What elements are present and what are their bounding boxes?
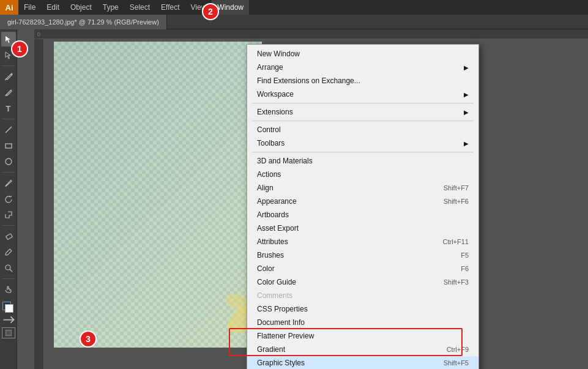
menu-select[interactable]: Select: [124, 0, 155, 15]
menu-item-color[interactable]: Color F6: [247, 262, 478, 275]
menu-item-brushes[interactable]: Brushes F5: [247, 248, 478, 262]
menu-effect[interactable]: Effect: [155, 0, 185, 15]
menu-item-extensions[interactable]: Extensions ▶: [247, 105, 478, 119]
menu-item-graphic-styles[interactable]: Graphic Styles Shift+F5: [247, 356, 478, 369]
menu-item-label: Document Info: [257, 318, 469, 327]
menu-separator-1: [252, 103, 474, 103]
menu-item-toolbars[interactable]: Toolbars ▶: [247, 136, 478, 150]
tool-paintbrush[interactable]: [1, 176, 16, 190]
menu-item-label: Workspace: [257, 90, 459, 99]
left-toolbar: T: [0, 29, 17, 369]
menu-file[interactable]: File: [18, 0, 41, 15]
tool-divider-3: [2, 172, 15, 173]
menu-item-label: Toolbars: [257, 139, 459, 147]
menu-item-document-info[interactable]: Document Info: [247, 316, 478, 329]
tool-direct-select[interactable]: [1, 48, 16, 62]
menu-separator-2: [252, 121, 474, 121]
menu-item-label: Asset Export: [257, 224, 469, 233]
menu-edit[interactable]: Edit: [41, 0, 65, 15]
menu-separator-3: [252, 152, 474, 152]
shortcut-label: Ctrl+F11: [443, 238, 469, 245]
tool-scale[interactable]: [1, 207, 16, 222]
menu-item-appearance[interactable]: Appearance Shift+F6: [247, 195, 478, 208]
submenu-arrow-icon: ▶: [464, 91, 469, 98]
tool-rotate[interactable]: [1, 192, 16, 206]
shortcut-label: F6: [461, 265, 469, 272]
menu-item-label: Comments: [257, 291, 469, 300]
svg-rect-1: [6, 144, 12, 148]
canvas-document: [54, 42, 262, 348]
menu-item-actions[interactable]: Actions: [247, 168, 478, 181]
menu-item-attributes[interactable]: Attributes Ctrl+F11: [247, 235, 478, 248]
menu-item-label: Actions: [257, 170, 469, 179]
menu-object[interactable]: Object: [65, 0, 97, 15]
fill-stroke-indicator[interactable]: [1, 300, 16, 314]
menu-item-label: Brushes: [257, 251, 436, 259]
menu-item-label: Align: [257, 184, 419, 192]
menu-item-label: Find Extensions on Exchange...: [257, 76, 469, 85]
menu-item-css-properties[interactable]: CSS Properties: [247, 302, 478, 316]
shortcut-label: F5: [461, 252, 469, 259]
tabbar: girl-7628293_1280.jpg* @ 71.29 % (RGB/Pr…: [0, 15, 588, 29]
menu-item-label: New Window: [257, 50, 469, 58]
menu-item-label: Arrange: [257, 63, 459, 72]
menu-type[interactable]: Type: [97, 0, 124, 15]
svg-point-2: [6, 158, 12, 165]
menu-item-label: CSS Properties: [257, 305, 469, 313]
tool-pen[interactable]: [1, 69, 16, 84]
shortcut-label: Shift+F5: [444, 359, 469, 367]
menu-item-label: Graphic Styles: [257, 359, 419, 367]
menu-item-color-guide[interactable]: Color Guide Shift+F3: [247, 275, 478, 289]
tool-artboard[interactable]: [2, 327, 15, 338]
menu-item-arrange[interactable]: Arrange ▶: [247, 61, 478, 74]
tool-hand[interactable]: [1, 282, 16, 297]
tool-rect[interactable]: [1, 138, 16, 153]
tool-ellipse[interactable]: [1, 154, 16, 169]
menu-item-label: Artboards: [257, 211, 469, 219]
shortcut-label: Ctrl+F9: [447, 346, 469, 353]
menu-item-gradient[interactable]: Gradient Ctrl+F9: [247, 343, 478, 356]
svg-line-0: [6, 127, 12, 133]
svg-rect-3: [6, 234, 12, 240]
svg-point-4: [6, 265, 10, 270]
canvas-area: 0 New Window Arrange ▶ Find Extensions o…: [17, 29, 588, 369]
shortcut-label: Shift+F7: [444, 184, 469, 192]
shortcut-label: Shift+F3: [444, 278, 469, 286]
menu-item-label: 3D and Materials: [257, 157, 469, 165]
menu-item-comments[interactable]: Comments: [247, 289, 478, 302]
menu-item-align[interactable]: Align Shift+F7: [247, 181, 478, 195]
menu-item-control[interactable]: Control: [247, 123, 478, 136]
menu-item-flattener-preview[interactable]: Flattener Preview: [247, 329, 478, 343]
svg-line-5: [10, 269, 12, 272]
menu-item-workspace[interactable]: Workspace ▶: [247, 88, 478, 101]
menu-view[interactable]: View: [185, 0, 212, 15]
tool-pencil[interactable]: [1, 85, 16, 100]
menu-item-label: Appearance: [257, 197, 419, 206]
active-tab[interactable]: girl-7628293_1280.jpg* @ 71.29 % (RGB/Pr…: [0, 15, 167, 29]
submenu-arrow-icon: ▶: [464, 64, 469, 71]
menu-item-artboards[interactable]: Artboards: [247, 208, 478, 222]
menu-window[interactable]: Window: [212, 0, 249, 15]
menu-item-find-extensions[interactable]: Find Extensions on Exchange...: [247, 74, 478, 88]
menu-item-label: Color: [257, 264, 436, 273]
tool-divider-2: [2, 119, 15, 119]
menu-item-asset-export[interactable]: Asset Export: [247, 222, 478, 235]
menu-item-new-window[interactable]: New Window: [247, 47, 478, 61]
tool-swap[interactable]: [1, 315, 16, 325]
tool-zoom[interactable]: [1, 261, 16, 275]
menubar: Ai File Edit Object Type Select Effect V…: [0, 0, 588, 15]
window-dropdown-menu: New Window Arrange ▶ Find Extensions on …: [247, 44, 479, 369]
tool-divider-5: [2, 278, 15, 279]
tool-eraser[interactable]: [1, 229, 16, 244]
menu-item-label: Flattener Preview: [257, 332, 469, 340]
tool-type[interactable]: T: [1, 101, 16, 116]
tool-line[interactable]: [1, 122, 16, 137]
submenu-arrow-icon: ▶: [464, 109, 469, 116]
workspace: T: [0, 29, 588, 369]
canvas-shapes: [54, 42, 262, 348]
menu-item-3d-materials[interactable]: 3D and Materials: [247, 154, 478, 168]
tool-select[interactable]: [1, 32, 16, 47]
menu-item-label: Extensions: [257, 108, 459, 116]
submenu-arrow-icon: ▶: [464, 140, 469, 147]
tool-eyedropper[interactable]: [1, 245, 16, 259]
